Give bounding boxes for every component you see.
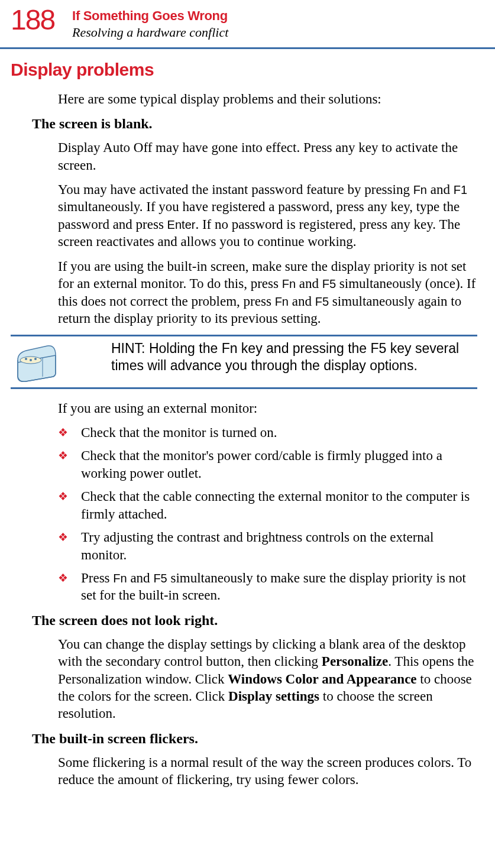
hint-icon-wrap (11, 340, 111, 384)
flicker-explain: Some flickering is a normal result of th… (58, 754, 477, 789)
hint-callout: HINT: Holding the Fn key and pressing th… (11, 335, 477, 389)
list-item: ❖Press Fn and F5 simultaneously to make … (58, 569, 477, 604)
page-content: Display problems Here are some typical d… (0, 49, 495, 799)
diamond-bullet-icon: ❖ (58, 530, 68, 544)
list-item: ❖Check that the monitor is turned on. (58, 424, 477, 441)
bullet-text: Check that the cable connecting the exte… (81, 488, 477, 523)
bullet-text: Press Fn and F5 simultaneously to make s… (81, 569, 477, 604)
list-item: ❖Check that the monitor's power cord/cab… (58, 447, 477, 482)
list-item: ❖Try adjusting the contrast and brightne… (58, 529, 477, 563)
bullet-text: Try adjusting the contrast and brightnes… (81, 529, 477, 563)
diamond-bullet-icon: ❖ (58, 571, 68, 585)
page-number: 188 (11, 6, 54, 34)
blank-explain-priority: If you are using the built-in screen, ma… (58, 258, 477, 328)
section-heading: Display problems (11, 60, 477, 80)
not-right-explain: You can change the display settings by c… (58, 636, 477, 723)
question-flickers: The built-in screen flickers. (32, 730, 477, 748)
external-monitor-list: ❖Check that the monitor is turned on. ❖C… (58, 424, 477, 604)
blank-explain-password: You may have activated the instant passw… (58, 181, 477, 251)
bullet-text: Check that the monitor is turned on. (81, 424, 277, 441)
intro-text: Here are some typical display problems a… (58, 90, 477, 108)
chapter-title: If Something Goes Wrong (72, 8, 228, 24)
page-header: 188 If Something Goes Wrong Resolving a … (0, 0, 495, 49)
header-titles: If Something Goes Wrong Resolving a hard… (72, 6, 228, 40)
treasure-chest-icon (13, 342, 60, 384)
list-item: ❖Check that the cable connecting the ext… (58, 488, 477, 523)
blank-explain-autooff: Display Auto Off may have gone into effe… (58, 139, 477, 174)
hint-text: HINT: Holding the Fn key and pressing th… (111, 340, 477, 375)
diamond-bullet-icon: ❖ (58, 449, 68, 462)
question-not-right: The screen does not look right. (32, 611, 477, 630)
svg-point-3 (34, 358, 37, 360)
question-blank-screen: The screen is blank. (32, 115, 477, 133)
svg-point-1 (25, 358, 27, 360)
diamond-bullet-icon: ❖ (58, 490, 68, 503)
svg-point-2 (30, 359, 32, 361)
section-subtitle: Resolving a hardware conflict (72, 25, 228, 40)
bullet-text: Check that the monitor's power cord/cabl… (81, 447, 477, 482)
external-monitor-intro: If you are using an external monitor: (58, 400, 477, 417)
diamond-bullet-icon: ❖ (58, 426, 68, 439)
